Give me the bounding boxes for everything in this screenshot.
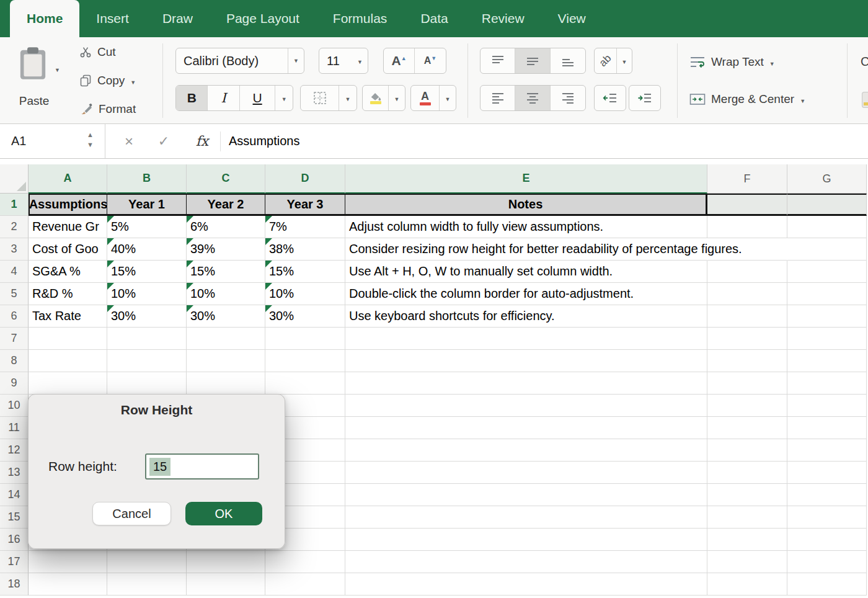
merge-center-button[interactable]: Merge & Center	[689, 90, 805, 109]
tab-review[interactable]: Review	[465, 0, 541, 37]
cell-D7[interactable]	[265, 328, 345, 350]
paste-button[interactable]: Paste	[10, 42, 69, 110]
cell-E18[interactable]	[345, 573, 707, 596]
tab-formulas[interactable]: Formulas	[316, 0, 404, 37]
cell-B7[interactable]	[107, 328, 187, 350]
copy-dropdown-icon[interactable]	[130, 74, 136, 87]
row-header-6[interactable]: 6	[0, 305, 29, 328]
cell-F17[interactable]	[707, 551, 787, 573]
fill-color-dropdown-icon[interactable]	[389, 86, 405, 110]
orientation-dropdown-icon[interactable]	[617, 48, 632, 73]
cell-D18[interactable]	[265, 573, 345, 596]
cell-E7[interactable]	[345, 328, 707, 350]
row-header-3[interactable]: 3	[0, 238, 29, 261]
row-header-13[interactable]: 13	[0, 462, 29, 484]
column-header-G[interactable]: G	[787, 164, 867, 194]
row-height-input[interactable]: 15	[145, 453, 259, 480]
wrap-text-button[interactable]: Wrap Text	[689, 53, 775, 71]
cell-G9[interactable]	[787, 372, 867, 395]
cell-E16[interactable]	[345, 529, 707, 551]
underline-dropdown-icon[interactable]	[275, 86, 293, 110]
cell-A2[interactable]: Revenue Gr	[29, 216, 107, 238]
cell-D4[interactable]: 15%	[265, 261, 345, 283]
cell-C6[interactable]: 30%	[187, 305, 265, 328]
row-header-2[interactable]: 2	[0, 216, 29, 238]
row-header-18[interactable]: 18	[0, 573, 29, 596]
row-header-15[interactable]: 15	[0, 506, 29, 529]
cell-A5[interactable]: R&D %	[29, 283, 107, 305]
cell-G14[interactable]	[787, 484, 867, 506]
cell-E6[interactable]: Use keyboard shortcuts for efficiency.	[345, 305, 707, 328]
cell-C4[interactable]: 15%	[187, 261, 265, 283]
cell-F11[interactable]	[707, 417, 787, 439]
cell-E12[interactable]	[345, 439, 707, 462]
cell-A7[interactable]	[29, 328, 107, 350]
row-header-9[interactable]: 9	[0, 372, 29, 395]
format-painter-button[interactable]: Format	[79, 100, 136, 118]
underline-button[interactable]: U	[240, 86, 275, 110]
merge-center-dropdown-icon[interactable]	[800, 92, 805, 106]
cell-F13[interactable]	[707, 462, 787, 484]
font-name-select[interactable]: Calibri (Body)	[175, 48, 304, 74]
cell-F10[interactable]	[707, 395, 787, 417]
cell-A1[interactable]: Assumptions	[29, 194, 107, 216]
cell-A17[interactable]	[29, 551, 107, 573]
cell-D17[interactable]	[265, 551, 345, 573]
cell-G6[interactable]	[787, 305, 867, 328]
cell-G13[interactable]	[787, 462, 867, 484]
cell-F15[interactable]	[707, 506, 787, 529]
confirm-entry-button[interactable]: ✓	[151, 124, 176, 158]
row-header-4[interactable]: 4	[0, 261, 29, 283]
column-header-E[interactable]: E	[345, 164, 707, 194]
cell-E14[interactable]	[345, 484, 707, 506]
tab-page-layout[interactable]: Page Layout	[210, 0, 316, 37]
cell-G12[interactable]	[787, 439, 867, 462]
cell-A6[interactable]: Tax Rate	[29, 305, 107, 328]
cell-E1[interactable]: Notes	[345, 194, 707, 216]
cell-E9[interactable]	[345, 372, 707, 395]
cell-D1[interactable]: Year 3	[265, 194, 345, 216]
cell-A4[interactable]: SG&A %	[29, 261, 107, 283]
cell-B1[interactable]: Year 1	[107, 194, 187, 216]
column-header-D[interactable]: D	[265, 164, 345, 194]
font-color-button[interactable]: A	[411, 86, 440, 110]
font-color-dropdown-icon[interactable]	[440, 86, 456, 110]
cut-button[interactable]: Cut	[79, 43, 116, 61]
cell-F1[interactable]	[707, 194, 787, 216]
row-header-11[interactable]: 11	[0, 417, 29, 439]
row-header-5[interactable]: 5	[0, 283, 29, 305]
cell-F3[interactable]	[707, 238, 787, 261]
decrease-indent-button[interactable]	[594, 85, 626, 111]
cell-B3[interactable]: 40%	[107, 238, 187, 261]
cell-G10[interactable]	[787, 395, 867, 417]
cell-E17[interactable]	[345, 551, 707, 573]
column-header-C[interactable]: C	[187, 164, 265, 194]
wrap-text-dropdown-icon[interactable]	[769, 55, 775, 69]
cell-E3[interactable]: Consider resizing row height for better …	[345, 238, 707, 261]
cell-E8[interactable]	[345, 350, 707, 372]
cell-F12[interactable]	[707, 439, 787, 462]
name-box[interactable]: A1	[0, 124, 105, 158]
cell-C1[interactable]: Year 2	[187, 194, 265, 216]
insert-function-button[interactable]: fx	[190, 124, 215, 158]
row-header-12[interactable]: 12	[0, 439, 29, 462]
align-center-button[interactable]	[515, 86, 550, 110]
cell-C5[interactable]: 10%	[187, 283, 265, 305]
row-header-17[interactable]: 17	[0, 551, 29, 573]
cancel-button[interactable]: Cancel	[92, 502, 171, 525]
cell-B17[interactable]	[107, 551, 187, 573]
tab-insert[interactable]: Insert	[79, 0, 146, 37]
row-header-10[interactable]: 10	[0, 395, 29, 417]
cell-F14[interactable]	[707, 484, 787, 506]
text-orientation-button[interactable]	[595, 48, 617, 73]
cell-G3[interactable]	[787, 238, 867, 261]
cell-F16[interactable]	[707, 529, 787, 551]
column-header-A[interactable]: A	[29, 164, 107, 194]
cell-A3[interactable]: Cost of Goo	[29, 238, 107, 261]
italic-button[interactable]: I	[208, 86, 239, 110]
cell-B6[interactable]: 30%	[107, 305, 187, 328]
column-header-F[interactable]: F	[707, 164, 787, 194]
cell-F2[interactable]	[707, 216, 787, 238]
cell-C2[interactable]: 6%	[187, 216, 265, 238]
cell-F9[interactable]	[707, 372, 787, 395]
